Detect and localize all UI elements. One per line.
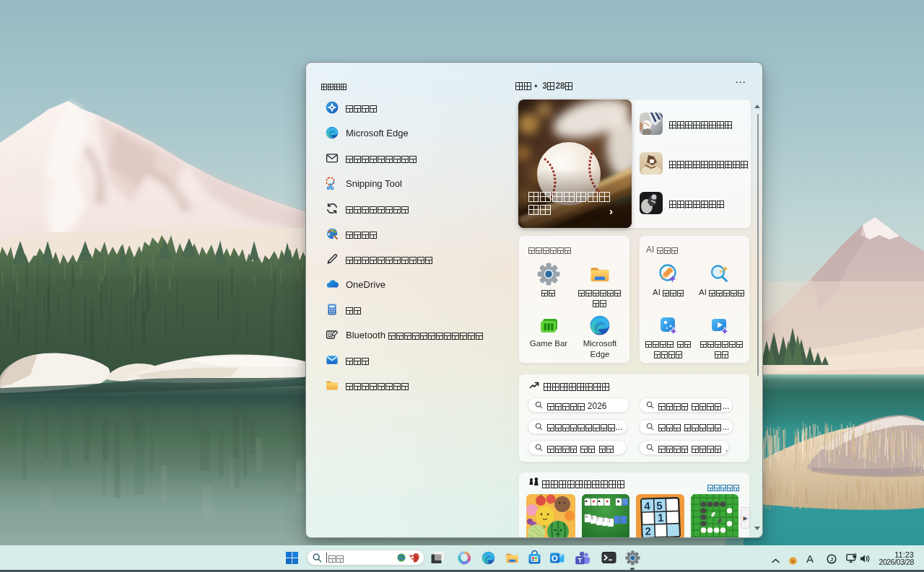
- svg-text:O: O: [552, 553, 558, 562]
- svg-text:J: J: [609, 519, 610, 523]
- svg-text:5: 5: [656, 499, 663, 511]
- svg-text:J: J: [830, 556, 833, 563]
- svg-text:4: 4: [644, 499, 651, 511]
- svg-text:2: 2: [645, 524, 651, 537]
- svg-text:T: T: [578, 555, 583, 563]
- svg-text:1: 1: [658, 511, 664, 524]
- svg-text:A: A: [585, 515, 588, 519]
